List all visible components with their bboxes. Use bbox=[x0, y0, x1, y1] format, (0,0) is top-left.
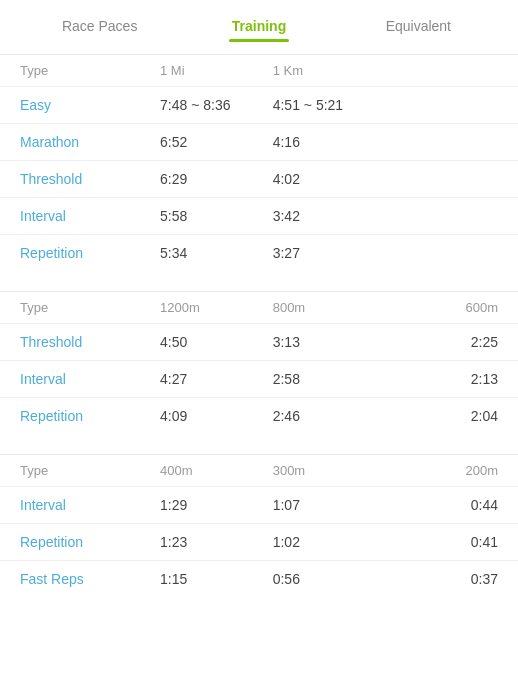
table-row: Threshold6:294:02 bbox=[0, 160, 518, 197]
row-col2: 1:07 bbox=[273, 497, 386, 513]
type-label: Type bbox=[20, 63, 160, 78]
header-equivalent: Equivalent bbox=[339, 18, 498, 34]
row-col3: 2:25 bbox=[385, 334, 498, 350]
row-col1: 7:48 ~ 8:36 bbox=[160, 97, 273, 113]
table-row: Interval5:583:42 bbox=[0, 197, 518, 234]
type-col2: 1 Km bbox=[273, 63, 386, 78]
row-label: Threshold bbox=[20, 334, 160, 350]
row-col1: 6:29 bbox=[160, 171, 273, 187]
type-col3: 200m bbox=[385, 463, 498, 478]
type-row-1: Type1200m800m600m bbox=[0, 292, 518, 323]
row-label: Marathon bbox=[20, 134, 160, 150]
row-col2: 1:02 bbox=[273, 534, 386, 550]
row-label: Repetition bbox=[20, 245, 160, 261]
table-row: Marathon6:524:16 bbox=[0, 123, 518, 160]
table-row: Threshold4:503:132:25 bbox=[0, 323, 518, 360]
row-col1: 4:09 bbox=[160, 408, 273, 424]
row-col3: 0:37 bbox=[385, 571, 498, 587]
type-col1: 1 Mi bbox=[160, 63, 273, 78]
type-row-0: Type1 Mi1 Km bbox=[0, 55, 518, 86]
table-row: Interval4:272:582:13 bbox=[0, 360, 518, 397]
row-col2: 2:46 bbox=[273, 408, 386, 424]
row-label: Interval bbox=[20, 497, 160, 513]
table-header: Race Paces Training Equivalent bbox=[0, 0, 518, 44]
type-row-2: Type400m300m200m bbox=[0, 455, 518, 486]
row-label: Interval bbox=[20, 208, 160, 224]
row-col1: 5:58 bbox=[160, 208, 273, 224]
type-col2: 800m bbox=[273, 300, 386, 315]
row-label: Repetition bbox=[20, 408, 160, 424]
row-col3: 0:41 bbox=[385, 534, 498, 550]
row-label: Threshold bbox=[20, 171, 160, 187]
row-label: Interval bbox=[20, 371, 160, 387]
row-col3: 0:44 bbox=[385, 497, 498, 513]
row-label: Easy bbox=[20, 97, 160, 113]
table-row: Fast Reps1:150:560:37 bbox=[0, 560, 518, 597]
row-label: Fast Reps bbox=[20, 571, 160, 587]
type-label: Type bbox=[20, 300, 160, 315]
section-2: Type400m300m200mInterval1:291:070:44Repe… bbox=[0, 454, 518, 597]
row-col2: 4:16 bbox=[273, 134, 386, 150]
section-1: Type1200m800m600mThreshold4:503:132:25In… bbox=[0, 291, 518, 434]
table-row: Repetition5:343:27 bbox=[0, 234, 518, 271]
row-col2: 3:27 bbox=[273, 245, 386, 261]
table-row: Easy7:48 ~ 8:364:51 ~ 5:21 bbox=[0, 86, 518, 123]
type-col1: 1200m bbox=[160, 300, 273, 315]
table-row: Repetition4:092:462:04 bbox=[0, 397, 518, 434]
type-label: Type bbox=[20, 463, 160, 478]
row-col1: 5:34 bbox=[160, 245, 273, 261]
type-col2: 300m bbox=[273, 463, 386, 478]
table-row: Interval1:291:070:44 bbox=[0, 486, 518, 523]
row-col2: 0:56 bbox=[273, 571, 386, 587]
row-col2: 3:42 bbox=[273, 208, 386, 224]
row-col1: 1:29 bbox=[160, 497, 273, 513]
type-col1: 400m bbox=[160, 463, 273, 478]
row-col2: 4:51 ~ 5:21 bbox=[273, 97, 386, 113]
row-col2: 4:02 bbox=[273, 171, 386, 187]
type-col3 bbox=[385, 63, 498, 78]
row-col1: 4:50 bbox=[160, 334, 273, 350]
header-race-paces: Race Paces bbox=[20, 18, 179, 34]
row-col1: 4:27 bbox=[160, 371, 273, 387]
row-label: Repetition bbox=[20, 534, 160, 550]
section-0: Type1 Mi1 KmEasy7:48 ~ 8:364:51 ~ 5:21Ma… bbox=[0, 54, 518, 271]
header-training: Training bbox=[179, 18, 338, 34]
row-col2: 2:58 bbox=[273, 371, 386, 387]
row-col1: 6:52 bbox=[160, 134, 273, 150]
table-row: Repetition1:231:020:41 bbox=[0, 523, 518, 560]
row-col2: 3:13 bbox=[273, 334, 386, 350]
type-col3: 600m bbox=[385, 300, 498, 315]
row-col1: 1:23 bbox=[160, 534, 273, 550]
row-col3: 2:13 bbox=[385, 371, 498, 387]
row-col1: 1:15 bbox=[160, 571, 273, 587]
row-col3: 2:04 bbox=[385, 408, 498, 424]
